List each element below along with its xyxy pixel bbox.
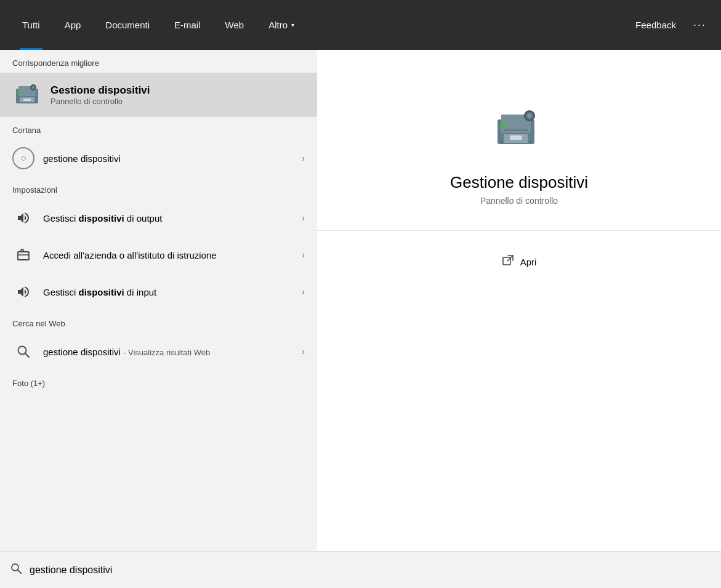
open-label: Apri <box>520 257 537 267</box>
best-match-item[interactable]: Gestione dispositivi Pannello di control… <box>0 73 317 117</box>
device-manager-icon <box>12 80 42 110</box>
best-match-header: Corrispondenza migliore <box>0 50 317 73</box>
svg-point-22 <box>529 115 531 117</box>
tab-app[interactable]: App <box>52 0 94 50</box>
svg-point-8 <box>18 102 19 103</box>
tab-email[interactable]: E-mail <box>162 0 213 50</box>
best-match-title: Gestione dispositivi <box>50 84 150 97</box>
volume-icon <box>12 207 34 229</box>
open-button[interactable]: Apri <box>494 249 544 275</box>
search-bar <box>0 551 721 588</box>
web-search-item[interactable]: gestione dispositivi - Visualizza risult… <box>0 333 317 370</box>
more-button[interactable]: ··· <box>688 18 711 31</box>
right-device-icon <box>488 99 550 161</box>
settings-item-azienda[interactable]: Accedi all'azienda o all'istituto di ist… <box>0 236 317 273</box>
tab-altro[interactable]: Altro ▾ <box>256 0 307 50</box>
svg-rect-18 <box>510 135 522 140</box>
tab-documenti[interactable]: Documenti <box>93 0 162 50</box>
settings-item-output[interactable]: Gestisci dispositivi di output › <box>0 199 317 236</box>
cortana-search-icon: ○ <box>12 147 34 169</box>
svg-point-24 <box>530 142 532 143</box>
svg-rect-3 <box>17 91 21 94</box>
svg-rect-4 <box>23 99 31 101</box>
impostazioni-header: Impostazioni <box>0 177 317 199</box>
svg-line-29 <box>18 570 21 573</box>
tab-list: Tutti App Documenti E-mail Web Altro ▾ <box>10 0 307 50</box>
web-label: gestione dispositivi - Visualizza risult… <box>43 347 302 357</box>
cortana-item[interactable]: ○ gestione dispositivi › <box>0 140 317 177</box>
svg-point-9 <box>35 102 36 103</box>
svg-point-23 <box>501 142 502 143</box>
best-match-text: Gestione dispositivi Pannello di control… <box>50 84 150 106</box>
settings-label-input: Gestisci dispositivi di input <box>43 287 302 297</box>
chevron-right-icon: › <box>302 347 305 356</box>
svg-line-13 <box>25 353 29 357</box>
chevron-down-icon: ▾ <box>291 22 294 28</box>
search-icon <box>10 562 22 578</box>
cortana-label: gestione dispositivi <box>43 153 302 164</box>
briefcase-icon <box>12 244 34 266</box>
search-input[interactable] <box>30 565 711 576</box>
svg-rect-25 <box>504 129 528 131</box>
cortana-header: Cortana <box>0 117 317 140</box>
foto-header: Foto (1+) <box>0 370 317 393</box>
cerca-web-header: Cerca nel Web <box>0 310 317 333</box>
chevron-right-icon: › <box>302 213 305 223</box>
top-bar-right: Feedback ··· <box>628 18 711 31</box>
svg-point-7 <box>33 87 34 89</box>
settings-label-azienda: Accedi all'azienda o all'istituto di ist… <box>43 250 302 260</box>
tab-web[interactable]: Web <box>213 0 257 50</box>
chevron-right-icon: › <box>302 287 305 297</box>
main-content: Corrispondenza migliore <box>0 50 721 551</box>
chevron-right-icon: › <box>302 153 305 163</box>
left-panel: Corrispondenza migliore <box>0 50 317 551</box>
settings-item-input[interactable]: Gestisci dispositivi di input › <box>0 273 317 310</box>
volume-input-icon <box>12 281 34 303</box>
settings-label-output: Gestisci dispositivi di output <box>43 213 302 224</box>
best-match-subtitle: Pannello di controllo <box>50 97 150 106</box>
feedback-button[interactable]: Feedback <box>628 20 683 30</box>
svg-rect-17 <box>500 123 506 127</box>
right-subtitle: Pannello di controllo <box>480 196 558 206</box>
tab-tutti[interactable]: Tutti <box>10 0 52 50</box>
open-external-icon <box>502 254 514 270</box>
right-title: Gestione dispositivi <box>450 173 588 192</box>
chevron-right-icon: › <box>302 250 305 260</box>
divider <box>317 230 721 231</box>
svg-rect-10 <box>18 252 29 260</box>
top-bar: Tutti App Documenti E-mail Web Altro ▾ F… <box>0 0 721 50</box>
search-web-icon <box>12 340 34 363</box>
right-panel: Gestione dispositivi Pannello di control… <box>317 50 721 551</box>
